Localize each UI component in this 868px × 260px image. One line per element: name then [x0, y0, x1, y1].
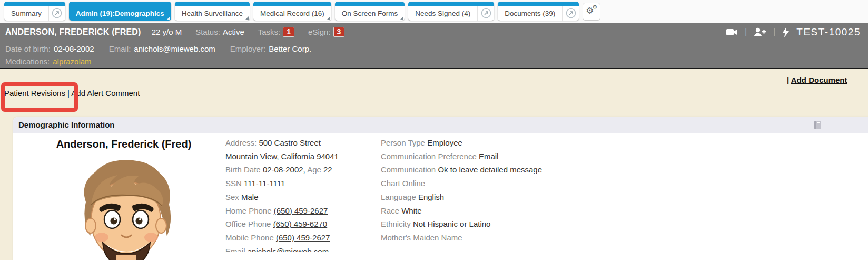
divider: |	[745, 27, 747, 37]
tab-documents-label: Documents (39)	[505, 9, 555, 17]
patient-info-bar: Date of birth: 02-08-2002 Email: anichol…	[0, 41, 868, 69]
tab-needs-signed[interactable]: Needs Signed (4)	[408, 6, 477, 21]
ssn-label: SSN	[225, 179, 242, 188]
tasks-badge[interactable]: 1	[283, 27, 294, 37]
tasks-label: Tasks:	[258, 27, 281, 36]
gear-icon-small: ⚙	[592, 4, 597, 11]
demographic-panel-header: Demographic Information	[13, 117, 868, 133]
settings-button[interactable]: ⚙ ⚙	[583, 3, 600, 21]
status-label: Status:	[195, 27, 220, 36]
demographics-columns: Address: 500 Castro Street Mountain View…	[13, 136, 868, 252]
chart-book-icon[interactable]	[813, 120, 823, 136]
address-label: Address:	[225, 138, 257, 147]
address-value: 500 Castro Street	[259, 138, 321, 147]
home-phone-row: Home Phone (650) 459-2627	[225, 204, 378, 218]
maiden-name-row: Mother's Maiden Name	[381, 231, 602, 245]
ethnicity-value: Not Hispanic or Latino	[413, 219, 491, 228]
video-camera-icon[interactable]	[726, 27, 738, 37]
email-row-link[interactable]: anichols@mieweb.com	[248, 247, 329, 252]
tab-on-screen-forms[interactable]: On Screen Forms	[335, 2, 405, 21]
demographics-middle-column: Address: 500 Castro Street Mountain View…	[225, 136, 378, 252]
tab-health-surveillance[interactable]: Health Surveillance	[175, 2, 250, 21]
tab-summary[interactable]: Summary	[4, 6, 48, 21]
communication-label: Communication	[381, 165, 436, 174]
office-phone-row: Office Phone (650) 459-6270	[225, 217, 378, 231]
dob-label: Date of birth:	[5, 43, 51, 55]
comm-preference-value: Email	[479, 152, 499, 161]
sex-value: Male	[241, 192, 259, 201]
content-area: | Add Document Patient Revisions | Add A…	[0, 69, 868, 260]
email-row-label: Email	[225, 247, 245, 252]
office-phone-link[interactable]: (650) 459-6270	[273, 219, 328, 228]
popout-icon	[481, 8, 491, 18]
tab-bar: Summary Admin (19):Demographics Health S…	[0, 0, 868, 23]
tab-summary-popout-button[interactable]	[48, 6, 65, 21]
tab-needs-signed-popout-button[interactable]	[477, 6, 494, 21]
patient-age-sex: 22 y/o M	[152, 27, 182, 36]
language-label: Language	[381, 192, 416, 201]
esign-badge[interactable]: 3	[333, 27, 345, 37]
person-type-label: Person Type	[381, 138, 425, 147]
divider: |	[773, 27, 775, 37]
demographics-right-column: Person Type Employee Communication Prefe…	[381, 136, 602, 245]
mobile-phone-row: Mobile Phone (650) 459-2627	[225, 231, 378, 245]
tab-health-label: Health Surveillance	[182, 9, 243, 17]
chart-online-label: Chart Online	[381, 179, 425, 188]
birth-date-value: 02-08-2002,	[263, 165, 305, 174]
patient-header-bar: ANDERSON, FREDERICK (FRED) 22 y/o M Stat…	[0, 23, 868, 41]
tab-admin-label: Admin (19):Demographics	[76, 9, 164, 17]
chart-id: TEST-10025	[796, 26, 861, 38]
age-label: Age	[307, 165, 321, 174]
ethnicity-row: Ethnicity Not Hispanic or Latino	[381, 217, 602, 231]
medications-value[interactable]: alprazolam	[53, 55, 91, 68]
language-value: English	[418, 192, 444, 201]
tab-documents-group: Documents (39)	[498, 2, 579, 21]
tab-documents[interactable]: Documents (39)	[498, 6, 562, 21]
address-row: Address: 500 Castro Street	[225, 136, 378, 150]
ethnicity-label: Ethnicity	[381, 219, 411, 228]
esign-label: eSign:	[308, 27, 331, 36]
patient-action-links: Patient Revisions | Add Alert Comment	[4, 89, 140, 98]
person-type-row: Person Type Employee	[381, 136, 602, 150]
status-value: Active	[223, 27, 244, 36]
tab-admin-demographics[interactable]: Admin (19):Demographics	[69, 2, 171, 21]
mobile-phone-link[interactable]: (650) 459-2627	[276, 233, 330, 242]
employer-label: Employer:	[230, 43, 266, 55]
age-value: 22	[323, 165, 332, 174]
add-person-icon[interactable]	[753, 27, 767, 37]
panel-title: Demographic Information	[18, 120, 115, 129]
home-phone-link[interactable]: (650) 459-2627	[274, 206, 328, 215]
comm-preference-label: Communication Preference	[381, 152, 477, 161]
sex-row: Sex Male	[225, 190, 378, 204]
maiden-name-label: Mother's Maiden Name	[381, 233, 462, 242]
employer-value: Better Corp.	[269, 43, 311, 55]
email-row: Email anichols@mieweb.com	[225, 245, 378, 252]
lightning-bolt-icon[interactable]	[782, 26, 790, 38]
communication-value: Ok to leave detailed message	[438, 165, 542, 174]
tab-needs-signed-label: Needs Signed (4)	[415, 9, 470, 17]
popout-icon	[566, 8, 576, 18]
patient-name: ANDERSON, FREDERICK (FRED)	[5, 27, 141, 37]
tab-medical-record[interactable]: Medical Record (16)	[253, 2, 331, 21]
add-document-container: | Add Document	[787, 75, 847, 84]
patient-revisions-link[interactable]: Patient Revisions	[4, 89, 65, 98]
language-row: Language English	[381, 190, 602, 204]
tab-documents-popout-button[interactable]	[562, 6, 579, 21]
add-alert-comment-link[interactable]: Add Alert Comment	[71, 89, 140, 98]
tab-needs-signed-group: Needs Signed (4)	[408, 2, 494, 21]
office-phone-label: Office Phone	[225, 219, 271, 228]
link-separator: |	[65, 89, 71, 98]
add-document-separator: |	[787, 75, 791, 84]
address-row-2: Mountain View, California 94041	[225, 150, 378, 163]
ssn-row: SSN 111-11-1111	[225, 177, 378, 190]
race-row: Race White	[381, 204, 602, 218]
dob-value: 02-08-2002	[54, 43, 94, 55]
race-value: White	[401, 206, 421, 215]
chart-online-row: Chart Online	[381, 177, 602, 190]
comm-preference-row: Communication Preference Email	[381, 150, 602, 163]
add-document-link[interactable]: Add Document	[791, 75, 847, 84]
tab-summary-label: Summary	[11, 9, 42, 17]
popout-icon	[52, 8, 62, 18]
birth-date-label: Birth Date	[225, 165, 261, 174]
tab-summary-group: Summary	[4, 2, 65, 21]
